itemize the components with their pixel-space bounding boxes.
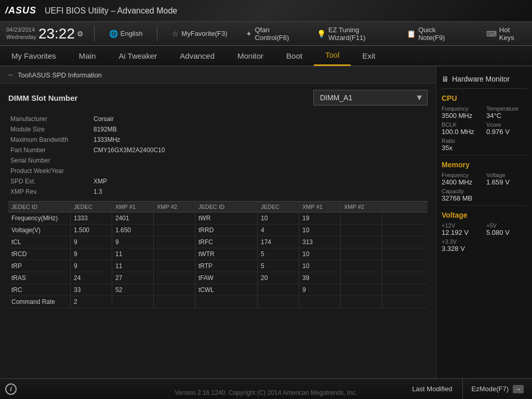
row1-y2 xyxy=(341,212,382,224)
my-favorite-label: MyFavorite(F3) xyxy=(181,30,227,37)
mem-volt-value: 1.659 V xyxy=(486,178,527,186)
cpu-bclk-label: BCLK xyxy=(442,122,482,128)
volt-12v-group: +12V 12.192 V xyxy=(442,222,482,236)
col-jedec-1: JEDEC xyxy=(71,202,112,212)
col-xmp1-2: XMP #1 xyxy=(299,202,341,212)
nav-exit[interactable]: Exit xyxy=(351,45,387,66)
language-selector[interactable]: 🌐 English xyxy=(105,28,147,40)
toolbar: 04/23/2014Wednesday 23:22 ⚙ 🌐 English ☆ … xyxy=(0,22,532,46)
field-part-num-value: CMY16GX3M2A2400C10 xyxy=(91,145,233,155)
jedec-header: JEDEC ID JEDEC XMP #1 XMP #2 JEDEC ID JE… xyxy=(8,201,428,212)
mem-freq-volt: Frequency 2400 MHz Voltage 1.659 V xyxy=(442,172,527,186)
cpu-freq-group: Frequency 3500 MHz xyxy=(442,105,482,119)
field-spd-ext-value: XMP xyxy=(91,176,233,187)
hot-keys-btn[interactable]: ⌨ Hot Keys xyxy=(482,24,526,44)
nav-advanced[interactable]: Advanced xyxy=(168,45,226,66)
row6-v1: 24 xyxy=(71,272,112,284)
row8-v1: 2 xyxy=(71,296,112,308)
hw-monitor-title: 🖥 Hardware Monitor xyxy=(442,72,527,89)
settings-icon[interactable]: ⚙ xyxy=(77,30,84,38)
memory-section-title: Memory xyxy=(442,161,527,169)
jedec-row: tCL 9 9 tRFC 174 313 xyxy=(8,236,428,248)
spd-info-table: Manufacturer Corsair Module Size 8192MB … xyxy=(8,114,428,197)
row6-y2 xyxy=(341,272,382,284)
cpu-bclk-value: 100.0 MHz xyxy=(442,128,482,136)
row5-x1: 11 xyxy=(112,260,154,272)
field-part-num-label: Part Number xyxy=(8,145,91,155)
mem-freq-value: 2400 MHz xyxy=(442,178,482,186)
nav-monitor[interactable]: Monitor xyxy=(226,45,275,66)
table-row: SPD Ext. XMP xyxy=(8,176,428,187)
my-favorite-btn[interactable]: ☆ MyFavorite(F3) xyxy=(168,28,231,40)
jedec-row: Command Rate 2 xyxy=(8,296,428,308)
time-display: 23:22 xyxy=(38,25,75,42)
ez-tuning-btn[interactable]: 💡 EZ Tuning Wizard(F11) xyxy=(313,24,392,44)
ez-mode-button[interactable]: EzMode(F7) → xyxy=(463,379,532,399)
row6-y1: 39 xyxy=(299,272,341,284)
volt-33v-group: +3.3V 3.328 V xyxy=(442,238,527,252)
quick-note-btn[interactable]: 📋 Quick Note(F9) xyxy=(403,24,461,44)
field-product-week-label: Product Week/Year xyxy=(8,166,91,176)
star-icon: ☆ xyxy=(172,30,179,38)
row3-y1: 313 xyxy=(299,236,341,248)
bottom-bar: i Last Modified EzMode(F7) → xyxy=(0,378,532,399)
dimm-slot-row: DIMM Slot Number DIMM_A1 DIMM_A2 DIMM_B1… xyxy=(8,90,428,105)
row2-y1: 10 xyxy=(299,224,341,236)
ez-mode-icon: → xyxy=(513,385,524,393)
row2-v1: 1.500 xyxy=(71,224,112,236)
volt-12v-5v: +12V 12.192 V +5V 5.080 V xyxy=(442,222,527,236)
row8-y2 xyxy=(341,296,382,308)
main-content: ← Tool\ASUS SPD Information DIMM Slot Nu… xyxy=(0,66,532,378)
col-xmp2-2: XMP #2 xyxy=(341,202,382,212)
info-icon[interactable]: i xyxy=(5,383,17,395)
qfan-btn[interactable]: ✦ Qfan Control(F6) xyxy=(242,24,302,44)
col-xmp2-1: XMP #2 xyxy=(154,202,195,212)
nav-my-favorites[interactable]: My Favorites xyxy=(0,45,68,66)
row6-f2: tFAW xyxy=(195,272,258,284)
row3-f2: tRFC xyxy=(195,236,258,248)
mem-freq-group: Frequency 2400 MHz xyxy=(442,172,482,186)
col-xmp1-1: XMP #1 xyxy=(112,202,154,212)
cpu-bclk-vcore: BCLK 100.0 MHz Vcore 0.976 V xyxy=(442,122,527,136)
hw-divider-1 xyxy=(442,155,527,155)
cpu-vcore-label: Vcore xyxy=(486,122,527,128)
row7-f1: tRC xyxy=(8,284,71,296)
field-xmp-rev-value: 1.3 xyxy=(91,187,233,197)
field-serial-label: Serial Number xyxy=(8,155,91,166)
row4-f2: tWTR xyxy=(195,248,258,260)
field-empty-1 xyxy=(337,114,420,124)
last-modified-button[interactable]: Last Modified xyxy=(402,379,463,399)
breadcrumb: ← Tool\ASUS SPD Information xyxy=(0,66,436,84)
qfan-label: Qfan Control(F6) xyxy=(255,26,298,42)
row1-y1: 19 xyxy=(299,212,341,224)
row5-v1: 9 xyxy=(71,260,112,272)
table-row: XMP Rev. 1.3 xyxy=(8,187,428,197)
row1-x1: 2401 xyxy=(112,212,154,224)
row8-f2 xyxy=(195,296,258,308)
row2-f1: Voltage(V) xyxy=(8,224,71,236)
nav-main[interactable]: Main xyxy=(68,45,108,66)
row8-x2 xyxy=(154,296,195,308)
mem-capacity-value: 32768 MB xyxy=(442,194,527,202)
dimm-select-wrapper[interactable]: DIMM_A1 DIMM_A2 DIMM_B1 DIMM_B2 ▼ xyxy=(313,90,428,105)
right-panel: 🖥 Hardware Monitor CPU Frequency 3500 MH… xyxy=(436,66,532,378)
toolbar-divider-1 xyxy=(94,26,95,42)
volt-33v-label: +3.3V xyxy=(442,238,527,245)
voltage-section-title: Voltage xyxy=(442,211,527,219)
nav-ai-tweaker[interactable]: Ai Tweaker xyxy=(107,45,168,66)
breadcrumb-path: Tool\ASUS SPD Information xyxy=(18,71,102,79)
row7-v1: 33 xyxy=(71,284,112,296)
table-row: Part Number CMY16GX3M2A2400C10 xyxy=(8,145,428,155)
nav-boot[interactable]: Boot xyxy=(275,45,314,66)
row4-v1: 9 xyxy=(71,248,112,260)
row4-y1: 10 xyxy=(299,248,341,260)
note-icon: 📋 xyxy=(407,30,416,38)
col-jedec-2: JEDEC xyxy=(258,202,299,212)
volt-12v-label: +12V xyxy=(442,222,482,229)
globe-icon: 🌐 xyxy=(109,30,118,38)
cpu-vcore-value: 0.976 V xyxy=(486,128,527,136)
dimm-select[interactable]: DIMM_A1 DIMM_A2 DIMM_B1 DIMM_B2 xyxy=(313,90,428,105)
mem-freq-label: Frequency xyxy=(442,172,482,178)
back-arrow-icon[interactable]: ← xyxy=(7,71,15,79)
nav-tool[interactable]: Tool xyxy=(314,45,351,66)
